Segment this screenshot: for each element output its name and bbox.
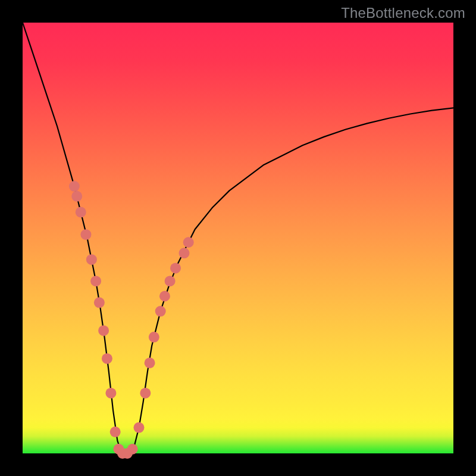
data-marker xyxy=(98,325,109,336)
data-marker xyxy=(155,306,166,317)
chart-container: TheBottleneck.com xyxy=(0,0,476,476)
data-marker xyxy=(149,332,159,343)
data-marker xyxy=(69,181,80,192)
data-marker xyxy=(110,427,121,437)
data-marker xyxy=(105,388,116,399)
data-marker xyxy=(76,207,86,218)
data-marker xyxy=(90,275,101,286)
chart-svg xyxy=(23,23,453,453)
data-marker xyxy=(165,275,176,286)
data-marker xyxy=(145,358,155,368)
data-marker xyxy=(140,388,151,399)
data-marker xyxy=(133,422,144,433)
data-marker xyxy=(102,353,112,364)
data-markers xyxy=(69,181,194,459)
data-marker xyxy=(71,191,82,202)
plot-area xyxy=(23,23,453,453)
data-marker xyxy=(170,263,181,274)
data-marker xyxy=(127,444,138,455)
data-marker xyxy=(80,229,91,240)
data-marker xyxy=(159,291,170,302)
data-marker xyxy=(183,237,194,248)
data-marker xyxy=(179,248,190,258)
data-marker xyxy=(86,254,97,265)
data-marker xyxy=(94,298,105,308)
watermark-text: TheBottleneck.com xyxy=(341,5,465,21)
